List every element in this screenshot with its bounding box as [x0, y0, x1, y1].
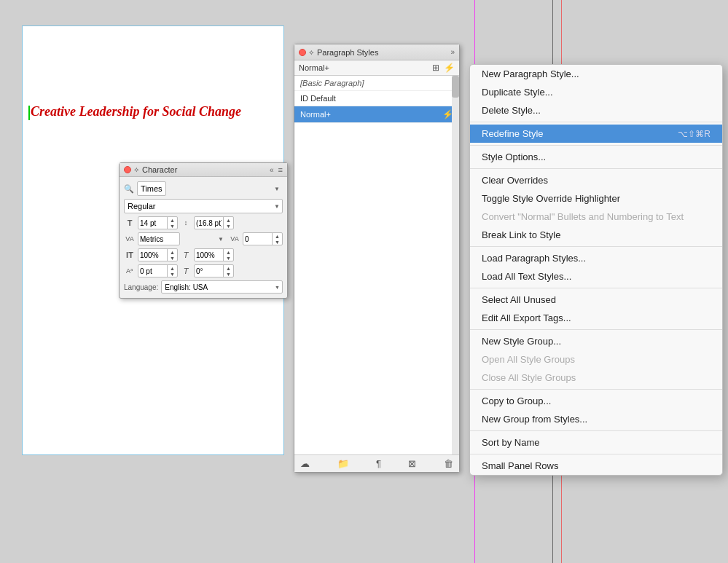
language-row: Language: English: USA [124, 280, 283, 294]
footer-unlink-icon[interactable]: ⊠ [408, 458, 416, 469]
font-style-select[interactable]: Regular [124, 199, 283, 213]
footer-trash-icon[interactable]: 🗑 [444, 458, 453, 469]
menu-item-style-options[interactable]: Style Options... [470, 148, 722, 166]
font-size-down[interactable]: ▼ [168, 223, 177, 229]
vertical-scale-input[interactable]: ▲ ▼ [138, 248, 178, 261]
kerning-type-select[interactable]: Metrics [138, 232, 180, 245]
character-panel-menu-icon[interactable]: ≡ [278, 165, 283, 174]
footer-folder-icon[interactable]: 📁 [337, 458, 349, 469]
baseline-up[interactable]: ▲ [168, 265, 177, 271]
baseline-input[interactable]: ▲ ▼ [138, 264, 178, 277]
tracking-up[interactable]: ▲ [273, 233, 282, 239]
menu-item-new-group-from-styles-label: New Group from Styles... [482, 414, 587, 425]
style-item-normal-plus[interactable]: Normal+ ⚡ [294, 106, 459, 123]
v-scale-up[interactable]: ▲ [168, 249, 177, 255]
skew-up[interactable]: ▲ [224, 265, 233, 271]
skew-value[interactable] [195, 267, 223, 275]
menu-item-copy-to-group-label: Copy to Group... [482, 395, 551, 406]
horizontal-scale-value[interactable] [195, 251, 223, 259]
tracking-spinners: ▲ ▼ [272, 233, 282, 245]
menu-item-clear-overrides[interactable]: Clear Overrides [470, 171, 722, 189]
kerning-va-icon: VA [124, 235, 136, 243]
para-panel-toolbar: Normal+ ⊞ ⚡ [294, 60, 459, 76]
menu-item-convert-bullets: Convert "Normal" Bullets and Numbering t… [470, 208, 722, 226]
text-cursor [28, 106, 30, 120]
skew-input[interactable]: ▲ ▼ [194, 264, 234, 277]
horizontal-scale-input[interactable]: ▲ ▼ [194, 248, 234, 261]
baseline-down[interactable]: ▼ [168, 271, 177, 277]
menu-item-edit-export-tags[interactable]: Edit All Export Tags... [470, 309, 722, 327]
leading-value[interactable] [195, 219, 223, 227]
font-size-value[interactable] [138, 219, 167, 227]
context-menu: New Paragraph Style... Duplicate Style..… [469, 64, 723, 476]
font-name-select-wrapper: Times [137, 181, 283, 196]
skew-spinners: ▲ ▼ [223, 265, 233, 277]
menu-item-new-group-from-styles[interactable]: New Group from Styles... [470, 410, 722, 428]
menu-item-delete-style-label: Delete Style... [482, 105, 541, 116]
character-panel-close-button[interactable] [124, 166, 131, 173]
font-style-row: Regular [124, 199, 283, 213]
menu-item-break-link[interactable]: Break Link to Style [470, 226, 722, 244]
menu-item-break-link-label: Break Link to Style [482, 229, 560, 240]
para-toolbar-icons: ⊞ ⚡ [432, 63, 455, 73]
vertical-scale-value[interactable] [138, 251, 167, 259]
baseline-row: Aᵃ ▲ ▼ T ▲ ▼ [124, 264, 283, 277]
size-leading-row: T ▲ ▼ ↕ ▲ ▼ [124, 216, 283, 229]
menu-item-duplicate-style[interactable]: Duplicate Style... [470, 83, 722, 101]
menu-item-open-all-groups: Open All Style Groups [470, 350, 722, 369]
menu-item-load-paragraph-styles[interactable]: Load Paragraph Styles... [470, 249, 722, 267]
document-text[interactable]: Creative Leadership for Social Change [28, 104, 241, 120]
leading-input[interactable]: ▲ ▼ [194, 216, 234, 229]
menu-item-load-all-text-styles[interactable]: Load All Text Styles... [470, 267, 722, 286]
leading-down[interactable]: ▼ [224, 223, 233, 229]
menu-item-redefine-style[interactable]: Redefine Style ⌥⇧⌘R [470, 125, 722, 143]
separator-6 [470, 329, 722, 330]
style-item-id-default[interactable]: ID Default [294, 91, 459, 106]
menu-item-toggle-highlighter[interactable]: Toggle Style Override Highlighter [470, 189, 722, 208]
menu-item-style-options-label: Style Options... [482, 151, 546, 162]
separator-2 [470, 145, 722, 146]
lightning-icon[interactable]: ⚡ [444, 63, 455, 73]
menu-item-delete-style[interactable]: Delete Style... [470, 101, 722, 119]
font-size-spinners: ▲ ▼ [167, 217, 177, 229]
footer-cloud-icon[interactable]: ☁ [300, 458, 310, 469]
new-style-icon[interactable]: ⊞ [432, 63, 439, 73]
tracking-value[interactable] [243, 235, 272, 243]
para-panel-close-button[interactable] [299, 49, 306, 56]
leading-up[interactable]: ▲ [224, 217, 233, 223]
font-size-up[interactable]: ▲ [168, 217, 177, 223]
kerning-row: VA Metrics VA ▲ ▼ [124, 232, 283, 245]
menu-item-convert-bullets-label: Convert "Normal" Bullets and Numbering t… [482, 211, 684, 222]
footer-pilcrow-icon[interactable]: ¶ [376, 458, 381, 469]
separator-7 [470, 389, 722, 390]
para-panel-expand-icon[interactable]: » [450, 48, 455, 56]
baseline-icon: Aᵃ [124, 267, 136, 275]
tracking-down[interactable]: ▼ [273, 239, 282, 245]
v-scale-down[interactable]: ▼ [168, 255, 177, 261]
skew-down[interactable]: ▼ [224, 271, 233, 277]
h-scale-up[interactable]: ▲ [224, 249, 233, 255]
canvas-area: Creative Leadership for Social Change ⟡ … [0, 0, 728, 563]
tracking-input[interactable]: ▲ ▼ [243, 232, 283, 245]
menu-item-new-style-group[interactable]: New Style Group... [470, 332, 722, 350]
scrollbar-track[interactable] [452, 76, 459, 454]
h-scale-down[interactable]: ▼ [224, 255, 233, 261]
menu-item-new-paragraph-style-label: New Paragraph Style... [482, 68, 579, 79]
baseline-value[interactable] [138, 267, 167, 275]
font-name-row: 🔍 Times [124, 181, 283, 196]
language-select[interactable]: English: USA [161, 280, 283, 294]
menu-item-sort-by-name[interactable]: Sort by Name [470, 433, 722, 452]
menu-item-new-paragraph-style[interactable]: New Paragraph Style... [470, 65, 722, 83]
character-panel-collapse-icon[interactable]: « [270, 166, 274, 174]
menu-item-select-all-unused[interactable]: Select All Unused [470, 291, 722, 309]
para-panel-icon: ⟡ [309, 48, 314, 57]
tracking-icon: VA [229, 235, 240, 243]
menu-item-close-all-groups: Close All Style Groups [470, 369, 722, 387]
menu-item-small-panel-rows[interactable]: Small Panel Rows [470, 457, 722, 475]
menu-item-copy-to-group[interactable]: Copy to Group... [470, 392, 722, 410]
font-name-select[interactable]: Times [137, 181, 166, 196]
scrollbar-thumb[interactable] [452, 76, 459, 98]
para-panel-title: Paragraph Styles [317, 48, 378, 57]
font-size-input[interactable]: ▲ ▼ [138, 216, 178, 229]
style-item-basic-paragraph[interactable]: [Basic Paragraph] [294, 76, 459, 91]
